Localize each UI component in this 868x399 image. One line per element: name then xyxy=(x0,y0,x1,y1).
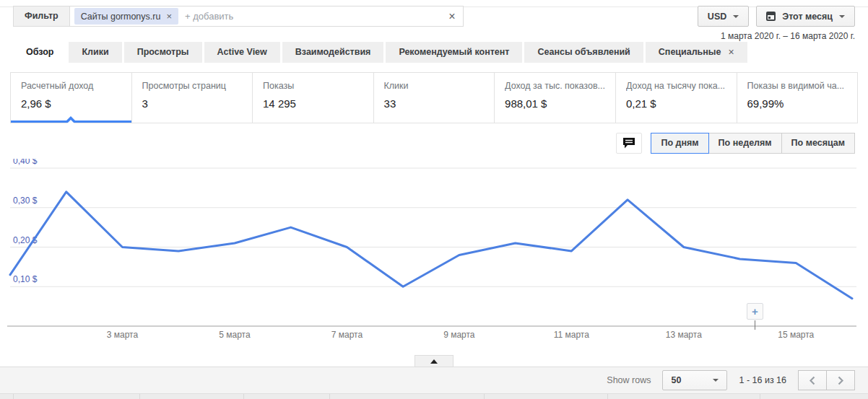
x-axis-label: 13 марта xyxy=(666,330,702,340)
metric-card[interactable]: Показы в видимой ча...69,99% xyxy=(737,73,858,123)
prev-page-button[interactable] xyxy=(798,370,827,390)
tab-close-icon[interactable]: × xyxy=(728,42,734,63)
tab-bar: ОбзорКликиПросмотрыActive ViewВзаимодейс… xyxy=(13,42,747,63)
period-value: Этот месяц xyxy=(782,12,833,22)
granularity-По дням[interactable]: По дням xyxy=(651,133,708,154)
y-axis-label: 0,30 $ xyxy=(13,196,38,206)
show-rows-label: Show rows xyxy=(607,375,651,385)
x-axis-label: 9 марта xyxy=(443,330,475,340)
rows-per-page-select[interactable]: 50 xyxy=(662,370,727,390)
chart-controls: По днямПо неделямПо месяцам xyxy=(616,133,855,154)
table-footer: Show rows 50 1 - 16 из 16 xyxy=(0,367,868,393)
chip-remove-icon[interactable]: × xyxy=(166,11,172,22)
tab-Взаимодействия[interactable]: Взаимодействия xyxy=(282,42,384,63)
chevron-left-icon xyxy=(809,376,816,385)
adsense-report-page: Фильтр Сайты gormonys.ru × + добавить × … xyxy=(0,0,868,399)
column-separator xyxy=(484,394,485,399)
x-axis-label: 5 марта xyxy=(219,330,251,340)
chevron-down-icon xyxy=(839,15,845,18)
clear-filters-icon[interactable]: × xyxy=(448,10,455,23)
tab-Обзор[interactable]: Обзор xyxy=(13,42,66,63)
x-axis-label: 3 марта xyxy=(107,330,139,340)
metric-label: Расчетный доход xyxy=(21,81,121,91)
filter-bar: Фильтр Сайты gormonys.ru × + добавить × xyxy=(13,6,464,27)
metric-card[interactable]: Доход на тысячу пока...0,21 $ xyxy=(616,73,737,123)
metric-value: 3 xyxy=(142,97,243,110)
tab-label: Рекомендуемый контент xyxy=(399,42,509,63)
metric-card[interactable]: Расчетный доход2,96 $ xyxy=(11,73,132,123)
tab-Специальные[interactable]: Специальные× xyxy=(646,42,747,63)
rows-per-page-value: 50 xyxy=(671,375,681,385)
tab-label: Обзор xyxy=(26,42,53,63)
column-separator xyxy=(139,394,140,399)
filter-chip-label: Сайты gormonys.ru xyxy=(81,12,161,22)
metric-cards: Расчетный доход2,96 $Просмотры страниц3П… xyxy=(10,72,858,123)
filter-input[interactable]: Сайты gormonys.ru × + добавить × xyxy=(70,6,464,27)
filter-label: Фильтр xyxy=(13,6,70,27)
column-separator xyxy=(607,394,608,399)
calendar-icon xyxy=(766,12,776,21)
tab-Рекомендуемый контент[interactable]: Рекомендуемый контент xyxy=(386,42,522,63)
add-filter-placeholder: + добавить xyxy=(185,11,233,22)
metric-card[interactable]: Клики33 xyxy=(374,73,495,123)
tab-Клики[interactable]: Клики xyxy=(69,42,121,63)
table-header-strip xyxy=(0,393,868,399)
filter-chip-sites[interactable]: Сайты gormonys.ru × xyxy=(74,8,178,25)
x-axis-label: 15 марта xyxy=(778,330,814,340)
metric-value: 2,96 $ xyxy=(21,97,121,110)
next-page-button[interactable] xyxy=(826,370,855,390)
metric-value: 14 295 xyxy=(263,97,363,110)
x-axis-label: 11 марта xyxy=(554,330,589,340)
metric-card[interactable]: Доход за тыс. показов...988,01 $ xyxy=(495,73,616,123)
currency-dropdown[interactable]: USD xyxy=(698,6,749,27)
chevron-down-icon xyxy=(733,15,739,18)
collapse-chart-button[interactable] xyxy=(415,355,453,367)
granularity-toggle-group: По днямПо неделямПо месяцам xyxy=(651,133,855,154)
x-axis-label: 7 марта xyxy=(331,330,363,340)
metric-label: Просмотры страниц xyxy=(142,81,243,91)
pagination xyxy=(798,370,855,390)
add-event-button[interactable]: + xyxy=(747,303,763,320)
tab-label: Active View xyxy=(217,42,267,63)
tab-label: Сеансы объявлений xyxy=(537,42,630,63)
tab-label: Клики xyxy=(82,42,108,63)
y-axis-label: 0,40 $ xyxy=(13,159,38,166)
metric-value: 0,21 $ xyxy=(626,97,726,110)
metric-value: 69,99% xyxy=(747,97,848,110)
granularity-По месяцам[interactable]: По месяцам xyxy=(781,133,855,154)
column-separator xyxy=(329,394,330,399)
tab-label: Специальные xyxy=(659,42,721,63)
column-separator xyxy=(13,394,14,399)
metric-label: Доход на тысячу пока... xyxy=(626,81,726,91)
pagination-range: 1 - 16 из 16 xyxy=(739,375,786,385)
revenue-line-chart[interactable]: 0,10 $0,20 $0,30 $0,40 $3 марта5 марта7 … xyxy=(0,159,868,343)
selected-card-notch-fill xyxy=(66,120,76,125)
toolbar: Фильтр Сайты gormonys.ru × + добавить × … xyxy=(13,6,855,27)
date-range-text: 1 марта 2020 г. – 16 марта 2020 г. xyxy=(721,31,855,41)
chevron-right-icon xyxy=(837,376,844,385)
comment-icon xyxy=(622,137,635,149)
metric-label: Показы в видимой ча... xyxy=(747,81,848,91)
date-range-dropdown[interactable]: Этот месяц xyxy=(756,6,855,27)
metric-value: 33 xyxy=(384,97,485,110)
column-separator xyxy=(243,394,244,399)
y-axis-label: 0,10 $ xyxy=(13,274,38,284)
triangle-up-icon xyxy=(430,359,438,364)
metric-value: 988,01 $ xyxy=(505,97,605,110)
chevron-down-icon xyxy=(713,379,719,382)
tab-Active View[interactable]: Active View xyxy=(204,42,280,63)
metric-card[interactable]: Показы14 295 xyxy=(253,73,374,123)
metric-label: Доход за тыс. показов... xyxy=(505,81,605,91)
column-separator xyxy=(760,394,760,399)
metric-card[interactable]: Просмотры страниц3 xyxy=(132,73,253,123)
metric-label: Показы xyxy=(263,81,363,91)
toolbar-right: USD Этот месяц xyxy=(698,6,855,27)
comment-annotation-button[interactable] xyxy=(616,133,642,154)
metric-label: Клики xyxy=(384,81,485,91)
currency-value: USD xyxy=(708,12,726,22)
tab-Сеансы объявлений[interactable]: Сеансы объявлений xyxy=(524,42,643,63)
tab-label: Взаимодействия xyxy=(295,42,371,63)
tab-Просмотры[interactable]: Просмотры xyxy=(124,42,202,63)
tab-label: Просмотры xyxy=(137,42,189,63)
granularity-По неделям[interactable]: По неделям xyxy=(708,133,782,154)
